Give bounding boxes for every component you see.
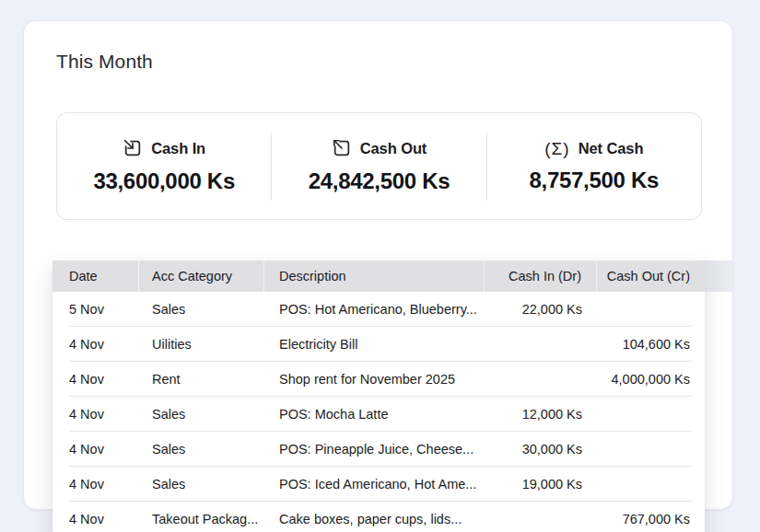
cell-cash-out: 4,000,000 Ks — [597, 362, 705, 397]
column-header-acc-category: Acc Category — [139, 260, 264, 292]
cash-in-icon — [123, 138, 143, 158]
cell-description: Shop rent for November 2025 — [264, 362, 485, 397]
cell-category: Sales — [139, 292, 264, 327]
cell-date: 4 Nov — [53, 397, 139, 432]
cell-cash-in — [485, 327, 597, 362]
cell-cash-in: 19,000 Ks — [485, 467, 597, 502]
column-header-description: Description — [264, 260, 485, 292]
cell-description: Cake boxes, paper cups, lids... — [264, 502, 485, 532]
cell-date: 4 Nov — [53, 502, 139, 532]
table-row[interactable]: 4 Nov Uilities Electricity Bill 104,600 … — [53, 327, 705, 362]
cell-category: Rent — [139, 362, 264, 397]
page-title: This Month — [56, 51, 153, 73]
table-row[interactable]: 4 Nov Takeout Packag... Cake boxes, pape… — [53, 502, 705, 532]
column-header-cash-out: Cash Out (Cr) — [597, 260, 705, 292]
cell-cash-out — [597, 467, 705, 502]
summary-strip: Cash In 33,600,000 Ks Cash Out — [56, 112, 702, 220]
table-row[interactable]: 4 Nov Sales POS: Mocha Latte 12,000 Ks — [53, 397, 705, 432]
cash-out-icon — [332, 138, 352, 158]
stat-cash-out: Cash Out 24,842,500 Ks — [272, 138, 485, 194]
stat-cash-in-header: Cash In — [123, 138, 205, 158]
cell-category: Sales — [139, 397, 264, 432]
cell-cash-out — [597, 397, 705, 432]
stat-net-cash: (Σ) Net Cash 8,757,500 Ks — [487, 140, 701, 193]
cell-description: POS: Pineapple Juice, Cheese... — [264, 432, 485, 467]
stat-cash-out-value: 24,842,500 Ks — [309, 168, 450, 194]
cell-category: Takeout Packag... — [139, 502, 264, 532]
cell-cash-out — [597, 292, 705, 327]
cell-cash-in: 12,000 Ks — [485, 397, 597, 432]
cell-category: Uilities — [139, 327, 264, 362]
page-background: This Month Cash In 33,600,000 Ks — [0, 0, 760, 532]
cell-cash-in: 30,000 Ks — [485, 432, 597, 467]
stat-net-cash-header: (Σ) Net Cash — [544, 140, 643, 157]
cell-description: POS: Hot Americano, Blueberry... — [264, 292, 485, 327]
cell-cash-out — [597, 432, 705, 467]
stat-cash-in-value: 33,600,000 Ks — [93, 168, 235, 194]
cell-description: POS: Mocha Latte — [264, 397, 485, 432]
cell-date: 4 Nov — [53, 362, 139, 397]
cell-date: 4 Nov — [53, 327, 139, 362]
stat-cash-out-label: Cash Out — [360, 140, 427, 157]
cell-date: 4 Nov — [53, 467, 139, 502]
table-row[interactable]: 5 Nov Sales POS: Hot Americano, Blueberr… — [53, 292, 705, 327]
stat-cash-in-label: Cash In — [151, 140, 205, 157]
table-header-extension — [705, 260, 732, 292]
table-header: Date Acc Category Description Cash In (D… — [53, 260, 705, 292]
column-header-date: Date — [53, 260, 139, 292]
cell-category: Sales — [139, 467, 264, 502]
cell-description: Electricity Bill — [264, 327, 485, 362]
table-row[interactable]: 4 Nov Sales POS: Pineapple Juice, Cheese… — [53, 432, 705, 467]
stat-cash-out-header: Cash Out — [332, 138, 427, 158]
table-row[interactable]: 4 Nov Rent Shop rent for November 2025 4… — [53, 362, 705, 397]
transactions-table: Date Acc Category Description Cash In (D… — [53, 260, 705, 532]
stat-cash-in: Cash In 33,600,000 Ks — [57, 138, 271, 194]
cell-cash-in — [485, 362, 597, 397]
cell-date: 4 Nov — [53, 432, 139, 467]
cell-cash-in: 22,000 Ks — [485, 292, 597, 327]
stat-net-cash-value: 8,757,500 Ks — [530, 168, 660, 193]
column-header-cash-in: Cash In (Dr) — [485, 260, 597, 292]
cell-cash-out: 104,600 Ks — [597, 327, 705, 362]
cell-category: Sales — [139, 432, 264, 467]
cell-cash-in — [485, 502, 597, 532]
table-row[interactable]: 4 Nov Sales POS: Iced Americano, Hot Ame… — [53, 467, 705, 502]
cell-description: POS: Iced Americano, Hot Ame... — [264, 467, 485, 502]
stat-net-cash-label: Net Cash — [579, 140, 644, 157]
cell-date: 5 Nov — [53, 292, 139, 327]
sigma-icon: (Σ) — [544, 140, 569, 157]
cell-cash-out: 767,000 Ks — [597, 502, 705, 532]
